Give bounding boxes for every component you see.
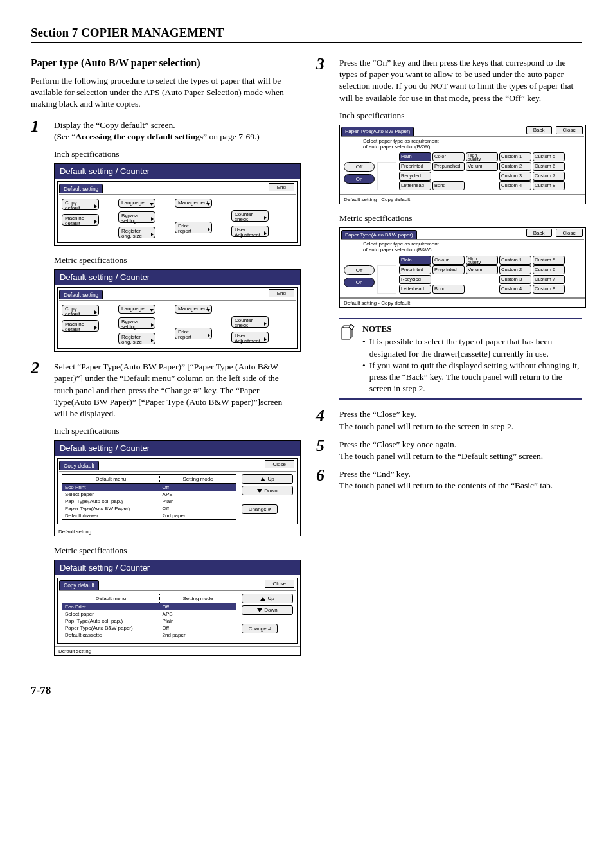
close-button[interactable]: Close bbox=[556, 126, 583, 134]
list-item[interactable]: Pap. Type(Auto col. pap.)Plain bbox=[62, 498, 236, 505]
up-button[interactable]: Up bbox=[242, 594, 293, 603]
back-button[interactable]: Back bbox=[526, 126, 552, 134]
tab-default-setting[interactable]: Default setting bbox=[59, 290, 103, 299]
paper-type-option[interactable]: Preprinted bbox=[399, 162, 431, 171]
col-default-menu: Default menu bbox=[62, 475, 160, 483]
list-item[interactable]: Paper Type(Auto B&W paper)Off bbox=[62, 624, 236, 632]
breadcrumb: Default setting - Copy default bbox=[340, 298, 585, 307]
list-item[interactable]: Eco PrintOff bbox=[62, 484, 236, 491]
paper-type-option[interactable]: Custom 2 bbox=[499, 265, 531, 274]
paper-type-option[interactable]: Custom 3 bbox=[499, 275, 531, 284]
bypass-setting-button[interactable]: Bypass setting bbox=[118, 317, 155, 329]
on-button[interactable]: On bbox=[344, 174, 375, 184]
register-orig-size-button[interactable]: Register orig. size bbox=[118, 227, 155, 238]
change-button[interactable]: Change # bbox=[242, 624, 278, 633]
tab-paper-type[interactable]: Paper Type(Auto B&W paper) bbox=[341, 230, 417, 239]
paper-type-option[interactable]: Letterhead bbox=[399, 285, 431, 294]
paper-type-option[interactable]: High quality bbox=[466, 256, 498, 265]
user-adjustment-button[interactable]: User Adjustment bbox=[231, 332, 269, 343]
copy-default-button[interactable]: Copy default bbox=[62, 305, 99, 316]
down-button[interactable]: Down bbox=[242, 605, 293, 615]
list-item[interactable]: Pap. Type(Auto col. pap.)Plain bbox=[62, 617, 236, 624]
close-button[interactable]: Close bbox=[556, 229, 583, 237]
paper-type-option[interactable]: Prepunched bbox=[432, 162, 465, 171]
tab-paper-type[interactable]: Paper Type(Auto BW Paper) bbox=[341, 127, 414, 136]
end-button[interactable]: End bbox=[269, 183, 294, 191]
close-button[interactable]: Close bbox=[265, 580, 294, 588]
list-item[interactable]: Default drawer2nd paper bbox=[62, 512, 236, 519]
paper-type-option[interactable]: Custom 6 bbox=[533, 162, 565, 171]
paper-type-option[interactable]: Letterhead bbox=[399, 181, 431, 190]
topic-heading: Paper type (Auto B/W paper selection) bbox=[31, 57, 297, 69]
paper-type-option[interactable]: Bond bbox=[432, 181, 465, 190]
change-button[interactable]: Change # bbox=[242, 504, 278, 514]
menu-list[interactable]: Default menu Setting mode Eco PrintOff S… bbox=[62, 474, 236, 520]
off-button[interactable]: Off bbox=[344, 265, 375, 275]
paper-type-option[interactable]: Recycled bbox=[399, 172, 431, 181]
paper-type-option[interactable]: Preprinted bbox=[399, 265, 431, 274]
tab-copy-default[interactable]: Copy default bbox=[59, 461, 99, 470]
breadcrumb: Default setting bbox=[55, 527, 300, 536]
management-button[interactable]: Management bbox=[175, 199, 212, 208]
paper-type-option[interactable]: Plain bbox=[399, 152, 431, 161]
paper-type-option[interactable]: Bond bbox=[432, 285, 465, 294]
paper-type-option[interactable]: High quality bbox=[466, 152, 498, 161]
paper-type-option[interactable]: Preprinted bbox=[432, 265, 465, 274]
paper-type-option[interactable]: Custom 4 bbox=[499, 285, 531, 294]
paper-type-option[interactable]: Vellum bbox=[466, 265, 498, 274]
up-button[interactable]: Up bbox=[242, 474, 293, 484]
paper-type-option[interactable]: Custom 1 bbox=[499, 152, 531, 161]
language-button[interactable]: Language bbox=[118, 199, 155, 208]
notes-bullet-1: It is possible to select the type of pap… bbox=[369, 336, 580, 359]
paper-type-option[interactable]: Plain bbox=[399, 256, 431, 265]
on-button[interactable]: On bbox=[344, 278, 375, 287]
paper-type-option[interactable]: Custom 3 bbox=[499, 172, 531, 181]
copy-default-button[interactable]: Copy default bbox=[62, 199, 99, 210]
paper-type-option[interactable]: Custom 8 bbox=[533, 285, 565, 294]
counter-check-button[interactable]: Counter check bbox=[231, 316, 269, 328]
close-button[interactable]: Close bbox=[265, 460, 294, 468]
paper-type-option[interactable]: Colour bbox=[432, 256, 465, 265]
col-setting-mode: Setting mode bbox=[160, 475, 236, 483]
down-button[interactable]: Down bbox=[242, 486, 293, 495]
paper-type-option[interactable]: Custom 1 bbox=[499, 256, 531, 265]
paper-type-option[interactable]: Custom 4 bbox=[499, 181, 531, 190]
step-1: 1 Display the “Copy default” screen. (Se… bbox=[31, 120, 297, 143]
instruction-text: Select paper type as requirement of auto… bbox=[341, 240, 584, 256]
tab-default-setting[interactable]: Default setting bbox=[59, 184, 103, 193]
back-button[interactable]: Back bbox=[526, 229, 552, 237]
panel-paper-type-inch: Paper Type(Auto BW Paper) Back Close Sel… bbox=[339, 125, 586, 205]
list-item[interactable]: Select paperAPS bbox=[62, 610, 236, 617]
register-orig-size-button[interactable]: Register orig. size bbox=[118, 333, 155, 344]
paper-type-option[interactable]: Custom 5 bbox=[533, 256, 565, 265]
print-report-button[interactable]: Print report bbox=[175, 328, 212, 339]
end-button[interactable]: End bbox=[269, 289, 294, 297]
machine-default-button[interactable]: Machine default bbox=[62, 214, 99, 226]
counter-check-button[interactable]: Counter check bbox=[231, 210, 269, 222]
paper-type-option[interactable]: Custom 2 bbox=[499, 162, 531, 171]
menu-list[interactable]: Default menu Setting mode Eco PrintOff S… bbox=[62, 594, 236, 639]
machine-default-button[interactable]: Machine default bbox=[62, 320, 99, 332]
print-report-button[interactable]: Print report bbox=[175, 222, 212, 233]
panel-copy-default-metric: Default setting / Counter Copy default C… bbox=[54, 560, 301, 656]
paper-type-option[interactable]: Custom 8 bbox=[533, 181, 565, 190]
tab-copy-default[interactable]: Copy default bbox=[59, 580, 99, 590]
management-button[interactable]: Management bbox=[175, 305, 212, 314]
list-item[interactable]: Eco PrintOff bbox=[62, 603, 236, 610]
paper-type-option[interactable]: Custom 6 bbox=[533, 265, 565, 274]
paper-type-option[interactable]: Color bbox=[432, 152, 465, 161]
paper-type-option[interactable]: Recycled bbox=[399, 275, 431, 284]
paper-type-option[interactable]: Vellum bbox=[466, 162, 498, 171]
user-adjustment-button[interactable]: User Adjustment bbox=[231, 226, 269, 237]
list-item[interactable]: Default cassette2nd paper bbox=[62, 632, 236, 639]
col-default-menu: Default menu bbox=[62, 594, 160, 603]
list-item[interactable]: Select paperAPS bbox=[62, 491, 236, 498]
bypass-setting-button[interactable]: Bypass setting bbox=[118, 211, 155, 223]
paper-type-option[interactable]: Custom 5 bbox=[533, 152, 565, 161]
off-button[interactable]: Off bbox=[344, 162, 375, 172]
paper-type-option[interactable]: Custom 7 bbox=[533, 275, 565, 284]
up-icon bbox=[260, 477, 265, 481]
list-item[interactable]: Paper Type(Auto BW Paper)Off bbox=[62, 505, 236, 512]
paper-type-option[interactable]: Custom 7 bbox=[533, 172, 565, 181]
language-button[interactable]: Language bbox=[118, 305, 155, 314]
